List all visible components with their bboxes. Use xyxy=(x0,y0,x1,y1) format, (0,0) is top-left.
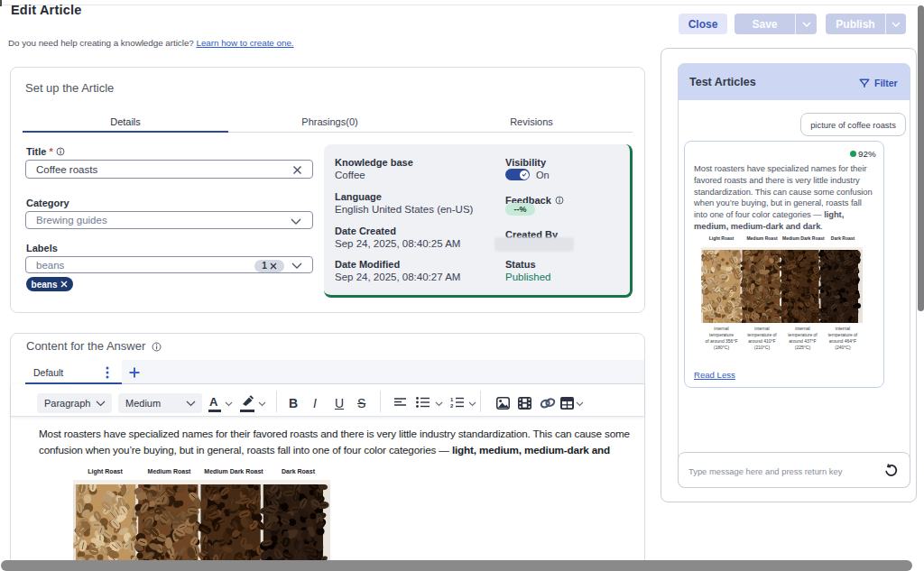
svg-text:2: 2 xyxy=(450,403,454,408)
svg-text:1: 1 xyxy=(450,397,454,402)
